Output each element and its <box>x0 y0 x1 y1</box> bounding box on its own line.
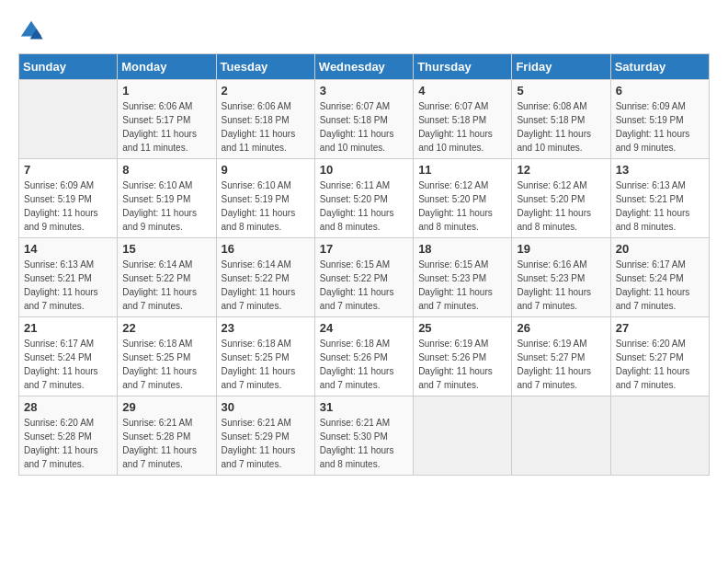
day-info: Sunrise: 6:07 AMSunset: 5:18 PMDaylight:… <box>418 99 506 155</box>
calendar-cell <box>414 396 512 476</box>
day-number: 29 <box>122 400 210 414</box>
calendar-cell <box>19 80 118 159</box>
day-number: 14 <box>24 242 112 256</box>
day-info: Sunrise: 6:09 AMSunset: 5:19 PMDaylight:… <box>616 99 704 155</box>
day-info: Sunrise: 6:18 AMSunset: 5:25 PMDaylight:… <box>222 337 310 392</box>
day-number: 13 <box>616 163 704 177</box>
day-info: Sunrise: 6:08 AMSunset: 5:18 PMDaylight:… <box>517 99 605 155</box>
day-info: Sunrise: 6:16 AMSunset: 5:23 PMDaylight:… <box>517 258 605 313</box>
weekday-header-sunday: Sunday <box>19 54 118 80</box>
day-number: 2 <box>222 84 310 98</box>
calendar-cell: 24 Sunrise: 6:18 AMSunset: 5:26 PMDaylig… <box>314 317 413 396</box>
calendar-cell: 29 Sunrise: 6:21 AMSunset: 5:28 PMDaylig… <box>118 396 216 476</box>
logo <box>18 18 48 44</box>
day-number: 31 <box>320 400 408 414</box>
day-number: 24 <box>320 321 408 335</box>
day-number: 27 <box>616 321 704 335</box>
week-row-5: 28 Sunrise: 6:20 AMSunset: 5:28 PMDaylig… <box>19 396 710 476</box>
day-number: 28 <box>24 400 112 414</box>
day-info: Sunrise: 6:13 AMSunset: 5:21 PMDaylight:… <box>24 258 112 313</box>
day-info: Sunrise: 6:12 AMSunset: 5:20 PMDaylight:… <box>418 178 506 234</box>
day-number: 25 <box>418 321 506 335</box>
day-info: Sunrise: 6:18 AMSunset: 5:26 PMDaylight:… <box>320 337 408 392</box>
day-number: 3 <box>320 84 408 98</box>
calendar-cell: 8 Sunrise: 6:10 AMSunset: 5:19 PMDayligh… <box>118 159 216 238</box>
week-row-3: 14 Sunrise: 6:13 AMSunset: 5:21 PMDaylig… <box>19 238 710 317</box>
day-number: 21 <box>24 321 112 335</box>
calendar-cell: 25 Sunrise: 6:19 AMSunset: 5:26 PMDaylig… <box>414 317 512 396</box>
day-info: Sunrise: 6:13 AMSunset: 5:21 PMDaylight:… <box>616 178 704 234</box>
header <box>18 18 710 44</box>
day-info: Sunrise: 6:21 AMSunset: 5:29 PMDaylight:… <box>222 416 310 471</box>
day-number: 30 <box>222 400 310 414</box>
day-info: Sunrise: 6:10 AMSunset: 5:19 PMDaylight:… <box>122 178 210 234</box>
calendar-cell: 21 Sunrise: 6:17 AMSunset: 5:24 PMDaylig… <box>19 317 118 396</box>
day-info: Sunrise: 6:17 AMSunset: 5:24 PMDaylight:… <box>24 337 112 392</box>
calendar-cell: 30 Sunrise: 6:21 AMSunset: 5:29 PMDaylig… <box>216 396 314 476</box>
weekday-header-row: SundayMondayTuesdayWednesdayThursdayFrid… <box>19 54 710 80</box>
calendar-cell: 9 Sunrise: 6:10 AMSunset: 5:19 PMDayligh… <box>216 159 314 238</box>
day-number: 26 <box>517 321 605 335</box>
day-number: 9 <box>222 163 310 177</box>
day-number: 10 <box>320 163 408 177</box>
calendar-cell: 20 Sunrise: 6:17 AMSunset: 5:24 PMDaylig… <box>610 238 709 317</box>
day-info: Sunrise: 6:15 AMSunset: 5:22 PMDaylight:… <box>320 258 408 313</box>
day-info: Sunrise: 6:17 AMSunset: 5:24 PMDaylight:… <box>616 258 704 313</box>
calendar-cell: 23 Sunrise: 6:18 AMSunset: 5:25 PMDaylig… <box>216 317 314 396</box>
day-info: Sunrise: 6:20 AMSunset: 5:28 PMDaylight:… <box>24 416 112 471</box>
day-info: Sunrise: 6:09 AMSunset: 5:19 PMDaylight:… <box>24 178 112 234</box>
calendar-cell: 6 Sunrise: 6:09 AMSunset: 5:19 PMDayligh… <box>610 80 709 159</box>
calendar-cell <box>512 396 610 476</box>
week-row-4: 21 Sunrise: 6:17 AMSunset: 5:24 PMDaylig… <box>19 317 710 396</box>
day-number: 22 <box>122 321 210 335</box>
calendar-cell: 15 Sunrise: 6:14 AMSunset: 5:22 PMDaylig… <box>118 238 216 317</box>
calendar-cell: 28 Sunrise: 6:20 AMSunset: 5:28 PMDaylig… <box>19 396 118 476</box>
calendar-cell: 31 Sunrise: 6:21 AMSunset: 5:30 PMDaylig… <box>314 396 413 476</box>
weekday-header-monday: Monday <box>118 54 216 80</box>
day-info: Sunrise: 6:12 AMSunset: 5:20 PMDaylight:… <box>517 178 605 234</box>
calendar-cell: 11 Sunrise: 6:12 AMSunset: 5:20 PMDaylig… <box>414 159 512 238</box>
day-info: Sunrise: 6:20 AMSunset: 5:27 PMDaylight:… <box>616 337 704 392</box>
day-info: Sunrise: 6:07 AMSunset: 5:18 PMDaylight:… <box>320 99 408 155</box>
calendar-cell: 7 Sunrise: 6:09 AMSunset: 5:19 PMDayligh… <box>19 159 118 238</box>
logo-icon <box>18 18 44 44</box>
day-info: Sunrise: 6:15 AMSunset: 5:23 PMDaylight:… <box>418 258 506 313</box>
calendar-cell: 3 Sunrise: 6:07 AMSunset: 5:18 PMDayligh… <box>314 80 413 159</box>
weekday-header-saturday: Saturday <box>610 54 709 80</box>
calendar-cell: 26 Sunrise: 6:19 AMSunset: 5:27 PMDaylig… <box>512 317 610 396</box>
day-number: 12 <box>517 163 605 177</box>
calendar-cell: 13 Sunrise: 6:13 AMSunset: 5:21 PMDaylig… <box>610 159 709 238</box>
day-info: Sunrise: 6:14 AMSunset: 5:22 PMDaylight:… <box>122 258 210 313</box>
day-number: 16 <box>222 242 310 256</box>
calendar-cell: 12 Sunrise: 6:12 AMSunset: 5:20 PMDaylig… <box>512 159 610 238</box>
calendar-cell: 17 Sunrise: 6:15 AMSunset: 5:22 PMDaylig… <box>314 238 413 317</box>
day-number: 18 <box>418 242 506 256</box>
day-number: 11 <box>418 163 506 177</box>
day-number: 6 <box>616 84 704 98</box>
day-number: 19 <box>517 242 605 256</box>
day-info: Sunrise: 6:10 AMSunset: 5:19 PMDaylight:… <box>222 178 310 234</box>
calendar-cell: 5 Sunrise: 6:08 AMSunset: 5:18 PMDayligh… <box>512 80 610 159</box>
calendar-cell: 19 Sunrise: 6:16 AMSunset: 5:23 PMDaylig… <box>512 238 610 317</box>
day-info: Sunrise: 6:21 AMSunset: 5:30 PMDaylight:… <box>320 416 408 471</box>
calendar-cell <box>610 396 709 476</box>
day-number: 17 <box>320 242 408 256</box>
calendar-cell: 27 Sunrise: 6:20 AMSunset: 5:27 PMDaylig… <box>610 317 709 396</box>
calendar-cell: 22 Sunrise: 6:18 AMSunset: 5:25 PMDaylig… <box>118 317 216 396</box>
day-info: Sunrise: 6:19 AMSunset: 5:27 PMDaylight:… <box>517 337 605 392</box>
calendar-cell: 18 Sunrise: 6:15 AMSunset: 5:23 PMDaylig… <box>414 238 512 317</box>
day-info: Sunrise: 6:06 AMSunset: 5:18 PMDaylight:… <box>222 99 310 155</box>
day-number: 15 <box>122 242 210 256</box>
day-info: Sunrise: 6:06 AMSunset: 5:17 PMDaylight:… <box>122 99 210 155</box>
calendar-cell: 4 Sunrise: 6:07 AMSunset: 5:18 PMDayligh… <box>414 80 512 159</box>
day-number: 8 <box>122 163 210 177</box>
calendar-cell: 1 Sunrise: 6:06 AMSunset: 5:17 PMDayligh… <box>118 80 216 159</box>
calendar-table: SundayMondayTuesdayWednesdayThursdayFrid… <box>18 53 710 476</box>
day-number: 20 <box>616 242 704 256</box>
week-row-1: 1 Sunrise: 6:06 AMSunset: 5:17 PMDayligh… <box>19 80 710 159</box>
calendar-cell: 10 Sunrise: 6:11 AMSunset: 5:20 PMDaylig… <box>314 159 413 238</box>
day-number: 5 <box>517 84 605 98</box>
weekday-header-tuesday: Tuesday <box>216 54 314 80</box>
day-number: 4 <box>418 84 506 98</box>
calendar-cell: 16 Sunrise: 6:14 AMSunset: 5:22 PMDaylig… <box>216 238 314 317</box>
